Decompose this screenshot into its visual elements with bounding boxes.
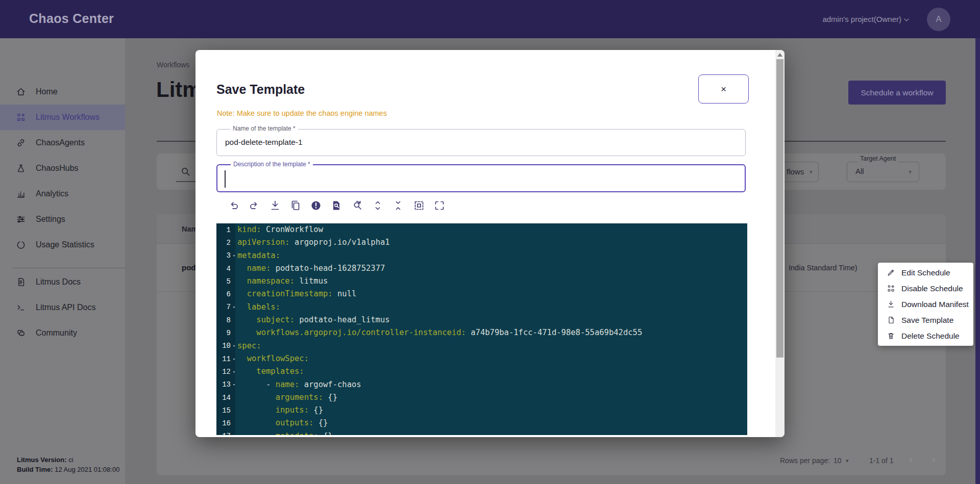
editor-line: 15 inputs: {}	[216, 404, 747, 417]
select-all-icon[interactable]	[413, 199, 425, 212]
workflows-filter-value[interactable]: flows	[787, 167, 804, 176]
line-number: 14	[216, 394, 231, 402]
search-icon[interactable]	[180, 166, 191, 177]
sidebar-item-label: Litmus Docs	[36, 277, 81, 287]
scrollbar-thumb[interactable]	[776, 59, 783, 358]
line-number: 3	[216, 251, 231, 260]
redo-icon[interactable]	[248, 199, 260, 212]
line-number: 9	[216, 329, 231, 337]
find-replace-icon[interactable]	[351, 199, 363, 212]
sidebar-item-home[interactable]: Home	[0, 79, 125, 105]
menu-item-label: Edit Schedule	[901, 268, 950, 277]
download-icon[interactable]	[269, 199, 281, 212]
menu-item-disable-schedule[interactable]: Disable Schedule	[878, 281, 973, 296]
sidebar-item-label: Settings	[36, 215, 65, 224]
menu-item-edit-schedule[interactable]: Edit Schedule	[878, 265, 973, 281]
text-caret	[225, 170, 226, 188]
sidebar-item-label: Community	[36, 328, 77, 338]
copy-icon[interactable]	[289, 199, 302, 212]
schedule-workflow-button[interactable]: Schedule a workflow	[848, 81, 946, 105]
trash-icon	[887, 332, 895, 340]
fold-arrow-icon[interactable]: ▾	[231, 304, 237, 310]
line-number: 15	[216, 406, 231, 415]
sidebar-item-chaoshubs[interactable]: ChaosHubs	[0, 156, 125, 181]
line-number: 6	[216, 290, 231, 298]
sidebar-item-litmus-api-docs[interactable]: Litmus API Docs	[0, 295, 125, 320]
modal-title: Save Template	[216, 82, 305, 97]
fold-arrow-icon[interactable]: ▾	[231, 343, 237, 348]
home-icon	[16, 87, 26, 97]
chevron-down-icon[interactable]	[902, 16, 911, 24]
community-icon	[16, 328, 26, 338]
unfold-more-icon[interactable]	[372, 199, 384, 212]
editor-code: 1kind: CronWorkflow2apiVersion: argoproj…	[216, 223, 747, 435]
breadcrumb[interactable]: Workflows	[157, 61, 189, 69]
editor-line: 5 namespace: litmus	[216, 275, 747, 288]
sidebar-item-usage-statistics[interactable]: Usage Statistics	[0, 232, 125, 258]
editor-line: 3▾metadata:	[216, 249, 747, 262]
line-number: 12	[216, 368, 231, 376]
note-text: Note: Make sure to update the chaos engi…	[217, 109, 387, 117]
dropdown-arrow-icon[interactable]: ▾	[846, 457, 849, 464]
sidebar-item-label: Analytics	[36, 189, 68, 198]
sidebar-item-chaosagents[interactable]: ChaosAgents	[0, 130, 125, 156]
editor-toolbar	[228, 199, 454, 213]
editor-line: 9 workflows.argoproj.io/controller-insta…	[216, 326, 747, 339]
build-value: 12 Aug 2021 01:08:00	[53, 466, 120, 473]
close-icon: ×	[721, 84, 726, 95]
template-name-label: Name of the template *	[230, 125, 298, 132]
line-number: 5	[216, 277, 231, 286]
sidebar-item-settings[interactable]: Settings	[0, 207, 125, 232]
sidebar-item-litmus-workflows[interactable]: Litmus Workflows	[0, 105, 125, 130]
close-button[interactable]: ×	[698, 74, 749, 104]
menu-item-label: Disable Schedule	[901, 284, 963, 293]
sidebar-item-community[interactable]: Community	[0, 320, 125, 346]
fold-arrow-icon[interactable]: ▾	[231, 382, 237, 387]
line-number: 8	[216, 316, 231, 324]
menu-item-label: Download Manifest	[901, 300, 969, 309]
editor-line: 12▾ templates:	[216, 365, 747, 378]
undo-icon[interactable]	[228, 199, 240, 212]
sidebar-item-litmus-docs[interactable]: Litmus Docs	[0, 269, 125, 295]
fold-arrow-icon[interactable]: ▾	[231, 356, 237, 362]
pencil-icon	[887, 268, 895, 277]
unfold-less-icon[interactable]	[392, 199, 404, 212]
editor-line: 2apiVersion: argoproj.io/v1alpha1	[216, 236, 747, 249]
menu-item-delete-schedule[interactable]: Delete Schedule	[878, 328, 973, 344]
fullscreen-icon[interactable]	[433, 199, 446, 212]
target-agent-value[interactable]: All	[855, 167, 864, 175]
pagination-range: 1-1 of 1	[869, 456, 893, 465]
editor-line: 1kind: CronWorkflow	[216, 223, 747, 236]
menu-item-label: Delete Schedule	[901, 332, 960, 341]
fold-arrow-icon[interactable]: ▾	[231, 369, 237, 374]
pagination-prev-button[interactable]: ‹	[909, 453, 913, 466]
line-number: 13	[216, 380, 231, 389]
pagination-next-button[interactable]: ›	[932, 453, 936, 466]
page-scrollbar[interactable]	[975, 38, 980, 484]
rows-per-page-select[interactable]: 10	[834, 456, 842, 465]
dropdown-arrow-icon[interactable]: ▾	[909, 168, 912, 175]
menu-item-save-template[interactable]: Save Template	[878, 313, 973, 328]
sidebar: HomeLitmus WorkflowsChaosAgentsChaosHubs…	[0, 38, 125, 484]
avatar[interactable]: A	[927, 8, 950, 31]
modal-scrollbar	[775, 50, 785, 437]
line-number: 16	[216, 419, 231, 427]
find-in-page-icon[interactable]	[330, 199, 342, 212]
usage-icon	[16, 240, 26, 250]
template-name-field[interactable]: Name of the template * pod-delete-templa…	[216, 129, 746, 156]
sidebar-nav: HomeLitmus WorkflowsChaosAgentsChaosHubs…	[0, 79, 125, 346]
yaml-editor[interactable]: 1kind: CronWorkflow2apiVersion: argoproj…	[216, 223, 747, 435]
sidebar-item-analytics[interactable]: Analytics	[0, 181, 125, 207]
fold-arrow-icon[interactable]: ▾	[231, 253, 237, 258]
dropdown-arrow-icon[interactable]: ▾	[810, 168, 813, 175]
template-description-field[interactable]: Description of the template *	[216, 164, 746, 192]
flask-icon	[16, 163, 26, 173]
menu-item-download-manifest[interactable]: Download Manifest	[878, 297, 973, 312]
workflows-icon	[16, 112, 26, 122]
scrollbar-up-arrow-icon[interactable]	[777, 53, 782, 57]
project-selector[interactable]: admin's project(Owner)	[817, 15, 901, 23]
editor-line: 6 creationTimestamp: null	[216, 288, 747, 300]
sidebar-item-label: Usage Statistics	[36, 240, 94, 249]
editor-line: 11▾ workflowSpec:	[216, 352, 747, 365]
error-icon[interactable]	[310, 199, 322, 212]
